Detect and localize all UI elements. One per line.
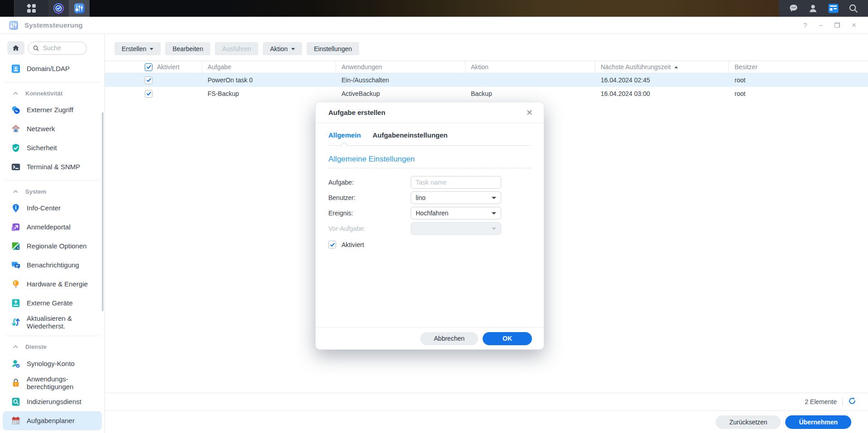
user-select[interactable]: lino — [411, 191, 501, 204]
sidebar-divider — [5, 336, 99, 336]
checkbox-checked[interactable] — [145, 90, 152, 98]
apply-button[interactable]: Übernehmen — [785, 415, 851, 429]
sidebar-item-label: Info-Center — [27, 204, 61, 212]
external-devices-icon — [11, 298, 21, 308]
sidebar-item-domain-ldap[interactable]: Domain/LDAP — [0, 59, 104, 78]
active-tab-notch — [341, 142, 348, 145]
edit-button[interactable]: Bearbeiten — [165, 42, 210, 55]
caret-down-icon — [492, 212, 496, 214]
sidebar-item-anwendungsberechtigungen[interactable]: Anwendungs-berechtigungen — [0, 373, 104, 393]
row-checkbox-cell — [105, 90, 202, 98]
restore-button[interactable] — [835, 23, 840, 28]
notifications-button[interactable] — [788, 3, 799, 14]
sidebar-item-externer-zugriff[interactable]: Externer Zugriff — [0, 100, 104, 119]
sidebar-section-system[interactable]: System — [0, 184, 104, 199]
app-launcher-button[interactable] — [14, 0, 48, 17]
column-header-aufgabe[interactable]: Aufgabe — [202, 61, 336, 73]
create-button[interactable]: Erstellen — [114, 42, 161, 55]
control-panel-icon — [73, 2, 85, 14]
button-label: Ausführen — [222, 45, 251, 52]
widgets-button[interactable] — [828, 3, 839, 14]
terminal-icon — [11, 162, 21, 172]
checkbox-checked[interactable] — [145, 76, 152, 84]
sidebar-item-hardware-energie[interactable]: Hardware & Energie — [0, 275, 104, 294]
refresh-button[interactable] — [848, 397, 856, 407]
cell-aktion: Backup — [465, 90, 595, 97]
sidebar-item-indizierungsdienst[interactable]: Indizierungsdienst — [0, 392, 104, 411]
pretask-label: Vor-Aufgabe: — [328, 225, 411, 232]
ok-button[interactable]: OK — [483, 332, 532, 345]
column-header-anwendungen[interactable]: Anwendungen — [336, 61, 465, 73]
sidebar-item-anmeldeportal[interactable]: Anmeldeportal — [0, 218, 104, 237]
button-label: Bearbeiten — [172, 45, 203, 52]
user-menu-button[interactable] — [808, 3, 818, 14]
sidebar-search[interactable] — [28, 42, 87, 55]
task-name-input[interactable] — [416, 179, 496, 186]
cancel-button[interactable]: Abbrechen — [420, 332, 478, 345]
toolbar: Erstellen Bearbeiten Ausführen Aktion — [105, 34, 868, 55]
sidebar-item-label: Netzwerk — [27, 125, 55, 133]
taskbar-app-control-panel[interactable] — [69, 0, 90, 17]
checkbox-checked[interactable] — [328, 241, 336, 248]
checkbox-checked[interactable] — [145, 63, 152, 71]
dialog-form: Aufgabe: Benutzer: lino Ereignis: Hochfa… — [328, 175, 531, 248]
close-icon[interactable]: ✕ — [526, 109, 533, 117]
user-icon — [808, 3, 818, 14]
sidebar-item-terminal-snmp[interactable]: Terminal & SNMP — [0, 157, 104, 176]
screen: Systemsteuerung ? − × — [0, 0, 868, 433]
taskbar-app-active-backup[interactable] — [48, 0, 69, 17]
caret-down-icon — [150, 48, 153, 50]
status-divider — [842, 398, 843, 406]
column-label: Aufgabe — [208, 63, 231, 71]
sidebar-section-konnektivitaet[interactable]: Konnektivität — [0, 86, 104, 100]
sidebar-item-netzwerk[interactable]: Netzwerk — [0, 119, 104, 138]
task-name-label: Aufgabe: — [328, 179, 411, 186]
action-button[interactable]: Aktion — [263, 42, 302, 55]
sidebar-item-externe-geraete[interactable]: Externe Geräte — [0, 294, 104, 313]
settings-button[interactable]: Einstellungen — [307, 42, 359, 55]
column-header-naechste-ausfuehrungszeit[interactable]: Nächste Ausführungszeit — [595, 61, 729, 73]
sidebar-item-benachrichtigung[interactable]: Benachrichtigung — [0, 256, 104, 275]
refresh-icon — [848, 397, 856, 405]
app-permissions-lock-icon — [11, 378, 21, 388]
minimize-button[interactable]: − — [819, 22, 823, 29]
sidebar-item-sicherheit[interactable]: Sicherheit — [0, 138, 104, 157]
cell-naechste-ausfuehrungszeit: 16.04.2024 02:45 — [595, 76, 729, 84]
table-row[interactable]: PowerOn task 0 Ein-/Ausschalten 16.04.20… — [105, 73, 868, 87]
search-icon — [848, 3, 859, 14]
tab-aufgabeneinstellungen[interactable]: Aufgabeneinstellungen — [373, 131, 448, 145]
home-button[interactable] — [7, 41, 24, 55]
column-header-aktion[interactable]: Aktion — [465, 61, 595, 73]
synology-account-icon — [11, 359, 21, 369]
info-center-icon — [11, 203, 21, 213]
close-button[interactable]: × — [852, 21, 856, 29]
sidebar-item-label: Sicherheit — [27, 144, 57, 152]
run-button[interactable]: Ausführen — [215, 42, 258, 55]
event-select[interactable]: Hochfahren — [411, 207, 501, 219]
sidebar-section-dienste[interactable]: Dienste — [0, 340, 104, 354]
sidebar-item-label: Anmeldeportal — [27, 223, 71, 231]
sidebar-item-info-center[interactable]: Info-Center — [0, 199, 104, 218]
sidebar-item-aufgabenplaner[interactable]: Aufgabenplaner — [3, 411, 102, 430]
sidebar-divider — [5, 82, 99, 82]
search-button[interactable] — [848, 3, 859, 14]
column-label: Nächste Ausführungszeit — [601, 63, 671, 71]
sidebar-divider — [5, 180, 99, 181]
table-row[interactable]: FS-Backup ActiveBackup Backup 16.04.2024… — [105, 87, 868, 100]
button-label: Erstellen — [122, 45, 146, 52]
reset-button[interactable]: Zurücksetzen — [716, 415, 781, 429]
caret-down-icon — [492, 228, 496, 230]
sidebar-item-aktualisieren[interactable]: Aktualisieren & Wiederherst. — [0, 313, 104, 332]
column-label: Aktion — [471, 63, 489, 71]
sidebar-scrollbar[interactable] — [102, 112, 104, 311]
section-heading: Allgemeine Einstellungen — [328, 155, 531, 168]
task-name-field[interactable] — [411, 176, 501, 189]
help-button[interactable]: ? — [803, 22, 807, 29]
column-header-besitzer[interactable]: Besitzer — [729, 61, 868, 73]
sidebar-item-regionale-optionen[interactable]: Regionale Optionen — [0, 237, 104, 256]
sidebar: Domain/LDAP Konnektivität Externer Zu — [0, 34, 105, 433]
column-header-aktiviert[interactable]: Aktiviert — [105, 61, 202, 73]
login-portal-icon — [11, 222, 21, 232]
sidebar-item-synology-konto[interactable]: Synology-Konto — [0, 354, 104, 373]
cell-aufgabe: FS-Backup — [202, 90, 336, 97]
